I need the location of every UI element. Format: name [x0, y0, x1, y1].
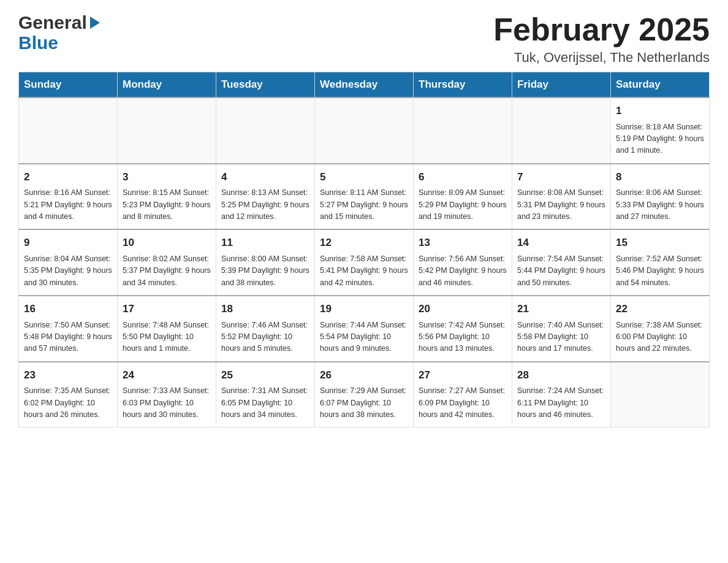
day-info: Sunrise: 7:31 AM Sunset: 6:05 PM Dayligh…: [221, 385, 309, 421]
calendar-table: SundayMondayTuesdayWednesdayThursdayFrid…: [18, 72, 710, 427]
calendar-cell: 11Sunrise: 8:00 AM Sunset: 5:39 PM Dayli…: [216, 229, 315, 296]
calendar-cell: 7Sunrise: 8:08 AM Sunset: 5:31 PM Daylig…: [512, 164, 611, 230]
day-info: Sunrise: 7:29 AM Sunset: 6:07 PM Dayligh…: [320, 385, 408, 421]
day-number: 21: [517, 301, 605, 317]
calendar-cell: 15Sunrise: 7:52 AM Sunset: 5:46 PM Dayli…: [611, 229, 710, 296]
calendar-week-row: 1Sunrise: 8:18 AM Sunset: 5:19 PM Daylig…: [19, 98, 710, 164]
day-info: Sunrise: 7:56 AM Sunset: 5:42 PM Dayligh…: [419, 253, 507, 289]
day-number: 23: [24, 367, 112, 383]
calendar-cell: 24Sunrise: 7:33 AM Sunset: 6:03 PM Dayli…: [118, 362, 216, 427]
calendar-week-row: 23Sunrise: 7:35 AM Sunset: 6:02 PM Dayli…: [19, 362, 710, 427]
day-number: 24: [123, 367, 211, 383]
day-number: 27: [419, 367, 507, 383]
day-number: 7: [517, 169, 605, 185]
calendar-cell: 1Sunrise: 8:18 AM Sunset: 5:19 PM Daylig…: [611, 98, 710, 164]
calendar-header-row: SundayMondayTuesdayWednesdayThursdayFrid…: [19, 72, 710, 98]
day-number: 4: [221, 169, 309, 185]
calendar-cell: 22Sunrise: 7:38 AM Sunset: 6:00 PM Dayli…: [611, 296, 710, 362]
day-info: Sunrise: 7:54 AM Sunset: 5:44 PM Dayligh…: [517, 253, 605, 289]
calendar-cell: 16Sunrise: 7:50 AM Sunset: 5:48 PM Dayli…: [19, 296, 118, 362]
day-number: 3: [123, 169, 211, 185]
calendar-cell: 6Sunrise: 8:09 AM Sunset: 5:29 PM Daylig…: [414, 164, 512, 230]
calendar-cell: 13Sunrise: 7:56 AM Sunset: 5:42 PM Dayli…: [414, 229, 512, 296]
day-info: Sunrise: 8:08 AM Sunset: 5:31 PM Dayligh…: [517, 187, 605, 223]
day-number: 19: [320, 301, 408, 317]
calendar-cell: 12Sunrise: 7:58 AM Sunset: 5:41 PM Dayli…: [315, 229, 414, 296]
calendar-cell: [414, 98, 512, 164]
day-info: Sunrise: 8:04 AM Sunset: 5:35 PM Dayligh…: [24, 253, 112, 289]
calendar-cell: [118, 98, 216, 164]
subtitle: Tuk, Overijssel, The Netherlands: [493, 50, 710, 66]
logo-blue-text: Blue: [18, 33, 100, 53]
calendar-week-row: 16Sunrise: 7:50 AM Sunset: 5:48 PM Dayli…: [19, 296, 710, 362]
day-number: 12: [320, 235, 408, 251]
calendar-cell: 21Sunrise: 7:40 AM Sunset: 5:58 PM Dayli…: [512, 296, 611, 362]
day-info: Sunrise: 7:52 AM Sunset: 5:46 PM Dayligh…: [616, 253, 704, 289]
day-info: Sunrise: 8:18 AM Sunset: 5:19 PM Dayligh…: [616, 121, 704, 157]
day-number: 10: [123, 235, 211, 251]
calendar-cell: 20Sunrise: 7:42 AM Sunset: 5:56 PM Dayli…: [414, 296, 512, 362]
day-info: Sunrise: 7:44 AM Sunset: 5:54 PM Dayligh…: [320, 320, 408, 355]
column-header-friday: Friday: [512, 72, 611, 98]
day-info: Sunrise: 8:00 AM Sunset: 5:39 PM Dayligh…: [221, 253, 309, 289]
day-number: 26: [320, 367, 408, 383]
day-info: Sunrise: 7:58 AM Sunset: 5:41 PM Dayligh…: [320, 253, 408, 289]
day-info: Sunrise: 7:33 AM Sunset: 6:03 PM Dayligh…: [123, 385, 211, 421]
calendar-cell: 4Sunrise: 8:13 AM Sunset: 5:25 PM Daylig…: [216, 164, 315, 230]
day-info: Sunrise: 7:27 AM Sunset: 6:09 PM Dayligh…: [419, 385, 507, 421]
calendar-cell: 18Sunrise: 7:46 AM Sunset: 5:52 PM Dayli…: [216, 296, 315, 362]
day-number: 20: [419, 301, 507, 317]
calendar-cell: 25Sunrise: 7:31 AM Sunset: 6:05 PM Dayli…: [216, 362, 315, 427]
day-number: 1: [616, 103, 704, 119]
day-number: 15: [616, 235, 704, 251]
main-title: February 2025: [493, 12, 710, 47]
day-number: 18: [221, 301, 309, 317]
calendar-cell: 5Sunrise: 8:11 AM Sunset: 5:27 PM Daylig…: [315, 164, 414, 230]
calendar-cell: 28Sunrise: 7:24 AM Sunset: 6:11 PM Dayli…: [512, 362, 611, 427]
day-number: 8: [616, 169, 704, 185]
day-number: 5: [320, 169, 408, 185]
day-info: Sunrise: 8:02 AM Sunset: 5:37 PM Dayligh…: [123, 253, 211, 289]
day-info: Sunrise: 7:48 AM Sunset: 5:50 PM Dayligh…: [123, 320, 211, 355]
day-number: 16: [24, 301, 112, 317]
column-header-thursday: Thursday: [414, 72, 512, 98]
calendar-cell: [19, 98, 118, 164]
calendar-cell: 3Sunrise: 8:15 AM Sunset: 5:23 PM Daylig…: [118, 164, 216, 230]
day-info: Sunrise: 8:11 AM Sunset: 5:27 PM Dayligh…: [320, 187, 408, 223]
day-info: Sunrise: 8:13 AM Sunset: 5:25 PM Dayligh…: [221, 187, 309, 223]
day-number: 13: [419, 235, 507, 251]
day-number: 17: [123, 301, 211, 317]
day-number: 28: [517, 367, 605, 383]
column-header-monday: Monday: [118, 72, 216, 98]
calendar-cell: 14Sunrise: 7:54 AM Sunset: 5:44 PM Dayli…: [512, 229, 611, 296]
day-info: Sunrise: 7:42 AM Sunset: 5:56 PM Dayligh…: [419, 320, 507, 355]
title-block: February 2025 Tuk, Overijssel, The Nethe…: [493, 12, 710, 66]
calendar-cell: [512, 98, 611, 164]
logo: General Blue: [18, 12, 100, 53]
day-info: Sunrise: 8:15 AM Sunset: 5:23 PM Dayligh…: [123, 187, 211, 223]
calendar-cell: 26Sunrise: 7:29 AM Sunset: 6:07 PM Dayli…: [315, 362, 414, 427]
day-info: Sunrise: 8:16 AM Sunset: 5:21 PM Dayligh…: [24, 187, 112, 223]
day-info: Sunrise: 8:06 AM Sunset: 5:33 PM Dayligh…: [616, 187, 704, 223]
day-info: Sunrise: 7:40 AM Sunset: 5:58 PM Dayligh…: [517, 320, 605, 355]
day-info: Sunrise: 7:38 AM Sunset: 6:00 PM Dayligh…: [616, 320, 704, 355]
calendar-cell: 2Sunrise: 8:16 AM Sunset: 5:21 PM Daylig…: [19, 164, 118, 230]
day-number: 6: [419, 169, 507, 185]
calendar-cell: 8Sunrise: 8:06 AM Sunset: 5:33 PM Daylig…: [611, 164, 710, 230]
calendar-cell: 19Sunrise: 7:44 AM Sunset: 5:54 PM Dayli…: [315, 296, 414, 362]
logo-general: General: [18, 12, 100, 33]
column-header-wednesday: Wednesday: [315, 72, 414, 98]
calendar-cell: 23Sunrise: 7:35 AM Sunset: 6:02 PM Dayli…: [19, 362, 118, 427]
page-header: General Blue February 2025 Tuk, Overijss…: [18, 12, 710, 66]
calendar-week-row: 2Sunrise: 8:16 AM Sunset: 5:21 PM Daylig…: [19, 164, 710, 230]
day-number: 2: [24, 169, 112, 185]
calendar-cell: 9Sunrise: 8:04 AM Sunset: 5:35 PM Daylig…: [19, 229, 118, 296]
calendar-cell: [611, 362, 710, 427]
day-info: Sunrise: 8:09 AM Sunset: 5:29 PM Dayligh…: [419, 187, 507, 223]
calendar-cell: 10Sunrise: 8:02 AM Sunset: 5:37 PM Dayli…: [118, 229, 216, 296]
calendar-week-row: 9Sunrise: 8:04 AM Sunset: 5:35 PM Daylig…: [19, 229, 710, 296]
day-info: Sunrise: 7:46 AM Sunset: 5:52 PM Dayligh…: [221, 320, 309, 355]
column-header-saturday: Saturday: [611, 72, 710, 98]
column-header-sunday: Sunday: [19, 72, 118, 98]
day-info: Sunrise: 7:50 AM Sunset: 5:48 PM Dayligh…: [24, 320, 112, 355]
